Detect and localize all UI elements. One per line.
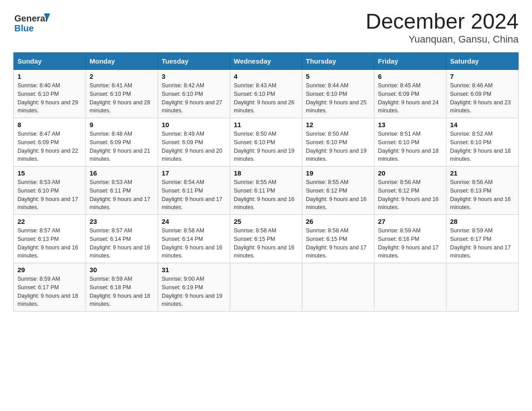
logo-svg: General Blue	[13, 9, 54, 36]
day-sun-info: Sunrise: 8:43 AMSunset: 6:10 PMDaylight:…	[234, 81, 298, 115]
calendar-week-row: 22Sunrise: 8:57 AMSunset: 6:13 PMDayligh…	[14, 215, 519, 263]
day-sun-info: Sunrise: 8:59 AMSunset: 6:16 PMDaylight:…	[378, 227, 442, 260]
calendar-cell: 7Sunrise: 8:46 AMSunset: 6:09 PMDaylight…	[446, 70, 519, 118]
day-sun-info: Sunrise: 8:40 AMSunset: 6:10 PMDaylight:…	[17, 81, 82, 115]
day-number: 17	[162, 169, 226, 177]
day-sun-info: Sunrise: 8:48 AMSunset: 6:09 PMDaylight:…	[90, 130, 154, 163]
calendar-cell: 23Sunrise: 8:57 AMSunset: 6:14 PMDayligh…	[86, 215, 158, 263]
calendar-cell: 17Sunrise: 8:54 AMSunset: 6:11 PMDayligh…	[158, 167, 230, 215]
day-number: 18	[234, 169, 298, 177]
day-number: 27	[378, 218, 442, 225]
calendar-cell: 12Sunrise: 8:50 AMSunset: 6:10 PMDayligh…	[302, 118, 374, 167]
calendar-cell: 30Sunrise: 8:59 AMSunset: 6:18 PMDayligh…	[86, 263, 158, 312]
calendar-week-row: 29Sunrise: 8:59 AMSunset: 6:17 PMDayligh…	[14, 263, 519, 312]
day-number: 24	[162, 218, 226, 225]
calendar-cell: 3Sunrise: 8:42 AMSunset: 6:10 PMDaylight…	[158, 70, 230, 118]
day-number: 3	[162, 73, 226, 80]
day-sun-info: Sunrise: 8:57 AMSunset: 6:13 PMDaylight:…	[17, 227, 82, 260]
calendar-cell: 11Sunrise: 8:50 AMSunset: 6:10 PMDayligh…	[230, 118, 302, 167]
day-number: 30	[90, 266, 154, 274]
day-sun-info: Sunrise: 8:42 AMSunset: 6:10 PMDaylight:…	[162, 81, 226, 115]
day-sun-info: Sunrise: 8:47 AMSunset: 6:09 PMDaylight:…	[17, 130, 82, 163]
day-sun-info: Sunrise: 8:54 AMSunset: 6:11 PMDaylight:…	[162, 178, 226, 212]
title-block: December 2024 Yuanquan, Gansu, China	[365, 9, 519, 45]
day-sun-info: Sunrise: 8:57 AMSunset: 6:14 PMDaylight:…	[90, 227, 154, 260]
day-number: 16	[90, 169, 154, 177]
day-number: 9	[90, 121, 154, 128]
calendar-table: SundayMondayTuesdayWednesdayThursdayFrid…	[13, 52, 519, 312]
day-sun-info: Sunrise: 8:55 AMSunset: 6:11 PMDaylight:…	[234, 178, 298, 212]
calendar-cell: 27Sunrise: 8:59 AMSunset: 6:16 PMDayligh…	[374, 215, 446, 263]
day-number: 7	[450, 73, 515, 80]
svg-text:Blue: Blue	[14, 23, 34, 33]
weekday-header-monday: Monday	[86, 53, 158, 70]
calendar-cell: 10Sunrise: 8:49 AMSunset: 6:09 PMDayligh…	[158, 118, 230, 167]
calendar-cell: 6Sunrise: 8:45 AMSunset: 6:09 PMDaylight…	[374, 70, 446, 118]
day-number: 13	[378, 121, 442, 128]
day-number: 1	[17, 73, 82, 80]
day-number: 4	[234, 73, 298, 80]
svg-text:General: General	[14, 13, 47, 23]
day-number: 15	[17, 169, 82, 177]
day-sun-info: Sunrise: 8:56 AMSunset: 6:13 PMDaylight:…	[450, 178, 515, 212]
day-number: 31	[162, 266, 226, 274]
day-number: 6	[378, 73, 442, 80]
calendar-cell: 26Sunrise: 8:58 AMSunset: 6:15 PMDayligh…	[302, 215, 374, 263]
calendar-cell: 20Sunrise: 8:56 AMSunset: 6:12 PMDayligh…	[374, 167, 446, 215]
calendar-cell: 25Sunrise: 8:58 AMSunset: 6:15 PMDayligh…	[230, 215, 302, 263]
calendar-cell: 31Sunrise: 9:00 AMSunset: 6:19 PMDayligh…	[158, 263, 230, 312]
day-sun-info: Sunrise: 8:58 AMSunset: 6:14 PMDaylight:…	[162, 227, 226, 260]
calendar-cell	[374, 263, 446, 312]
day-number: 10	[162, 121, 226, 128]
day-sun-info: Sunrise: 8:55 AMSunset: 6:12 PMDaylight:…	[306, 178, 370, 212]
day-number: 19	[306, 169, 370, 177]
day-sun-info: Sunrise: 9:00 AMSunset: 6:19 PMDaylight:…	[162, 275, 226, 308]
day-number: 22	[17, 218, 82, 225]
day-sun-info: Sunrise: 8:50 AMSunset: 6:10 PMDaylight:…	[234, 130, 298, 163]
weekday-header-tuesday: Tuesday	[158, 53, 230, 70]
page-header: General Blue December 2024 Yuanquan, Gan…	[13, 9, 519, 45]
weekday-header-wednesday: Wednesday	[230, 53, 302, 70]
day-number: 8	[17, 121, 82, 128]
weekday-header-friday: Friday	[374, 53, 446, 70]
day-number: 5	[306, 73, 370, 80]
logo: General Blue	[13, 9, 54, 36]
day-number: 25	[234, 218, 298, 225]
calendar-cell: 15Sunrise: 8:53 AMSunset: 6:10 PMDayligh…	[14, 167, 86, 215]
calendar-cell: 22Sunrise: 8:57 AMSunset: 6:13 PMDayligh…	[14, 215, 86, 263]
day-sun-info: Sunrise: 8:41 AMSunset: 6:10 PMDaylight:…	[90, 81, 154, 115]
calendar-cell: 29Sunrise: 8:59 AMSunset: 6:17 PMDayligh…	[14, 263, 86, 312]
day-number: 29	[17, 266, 82, 274]
location-subtitle: Yuanquan, Gansu, China	[365, 34, 519, 45]
day-sun-info: Sunrise: 8:58 AMSunset: 6:15 PMDaylight:…	[306, 227, 370, 260]
calendar-cell: 21Sunrise: 8:56 AMSunset: 6:13 PMDayligh…	[446, 167, 519, 215]
day-number: 20	[378, 169, 442, 177]
calendar-cell	[302, 263, 374, 312]
calendar-cell: 28Sunrise: 8:59 AMSunset: 6:17 PMDayligh…	[446, 215, 519, 263]
weekday-header-sunday: Sunday	[14, 53, 86, 70]
calendar-cell	[230, 263, 302, 312]
day-sun-info: Sunrise: 8:50 AMSunset: 6:10 PMDaylight:…	[306, 130, 370, 163]
calendar-cell: 13Sunrise: 8:51 AMSunset: 6:10 PMDayligh…	[374, 118, 446, 167]
day-sun-info: Sunrise: 8:46 AMSunset: 6:09 PMDaylight:…	[450, 81, 515, 115]
weekday-header-thursday: Thursday	[302, 53, 374, 70]
calendar-cell: 18Sunrise: 8:55 AMSunset: 6:11 PMDayligh…	[230, 167, 302, 215]
day-number: 14	[450, 121, 515, 128]
calendar-week-row: 1Sunrise: 8:40 AMSunset: 6:10 PMDaylight…	[14, 70, 519, 118]
calendar-cell: 2Sunrise: 8:41 AMSunset: 6:10 PMDaylight…	[86, 70, 158, 118]
day-sun-info: Sunrise: 8:59 AMSunset: 6:17 PMDaylight:…	[17, 275, 82, 308]
day-sun-info: Sunrise: 8:59 AMSunset: 6:17 PMDaylight:…	[450, 227, 515, 260]
weekday-header-row: SundayMondayTuesdayWednesdayThursdayFrid…	[14, 53, 519, 70]
calendar-cell: 24Sunrise: 8:58 AMSunset: 6:14 PMDayligh…	[158, 215, 230, 263]
day-sun-info: Sunrise: 8:52 AMSunset: 6:10 PMDaylight:…	[450, 130, 515, 163]
day-sun-info: Sunrise: 8:45 AMSunset: 6:09 PMDaylight:…	[378, 81, 442, 115]
weekday-header-saturday: Saturday	[446, 53, 519, 70]
day-number: 12	[306, 121, 370, 128]
calendar-cell: 19Sunrise: 8:55 AMSunset: 6:12 PMDayligh…	[302, 167, 374, 215]
day-sun-info: Sunrise: 8:53 AMSunset: 6:10 PMDaylight:…	[17, 178, 82, 212]
month-year-title: December 2024	[365, 9, 519, 34]
calendar-cell: 1Sunrise: 8:40 AMSunset: 6:10 PMDaylight…	[14, 70, 86, 118]
calendar-cell: 16Sunrise: 8:53 AMSunset: 6:11 PMDayligh…	[86, 167, 158, 215]
day-number: 21	[450, 169, 515, 177]
day-number: 26	[306, 218, 370, 225]
